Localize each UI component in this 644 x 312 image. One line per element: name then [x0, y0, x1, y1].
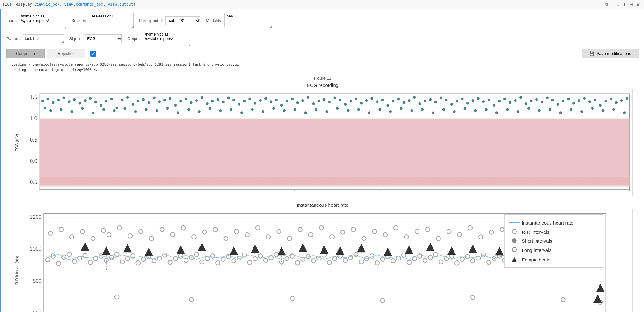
- svg-point-34: [153, 97, 155, 99]
- ecg-chart-svg[interactable]: 1.5 1.0 0.5 0.0 −0.5: [21, 89, 633, 196]
- download-button[interactable]: ⬇: [622, 1, 627, 8]
- input-resize-handle[interactable]: [64, 26, 66, 28]
- cell-content: Input: /home/nicolas /systole_reports/ S…: [1, 9, 644, 312]
- svg-point-135: [156, 109, 158, 112]
- correction-tab[interactable]: Correction: [6, 49, 45, 58]
- svg-point-143: [240, 111, 243, 114]
- pattern-resize-handle[interactable]: [62, 41, 64, 43]
- svg-text:0.0: 0.0: [30, 158, 37, 164]
- svg-point-275: [460, 257, 464, 261]
- delete-button[interactable]: 🗑: [636, 1, 641, 8]
- svg-point-37: [169, 97, 171, 100]
- code-link-io[interactable]: view.io_box: [34, 2, 59, 7]
- svg-point-131: [113, 109, 115, 112]
- svg-point-166: [485, 108, 487, 111]
- svg-point-50: [238, 103, 240, 106]
- svg-point-312: [149, 236, 154, 240]
- svg-point-152: [336, 107, 339, 110]
- svg-point-129: [92, 112, 94, 114]
- modality-resize-handle[interactable]: [269, 26, 272, 28]
- rejection-tab[interactable]: Rejection: [47, 49, 85, 58]
- session-input[interactable]: ses-session1: [89, 13, 134, 27]
- svg-point-43: [201, 96, 203, 99]
- save-button[interactable]: 💾 Save modifications: [582, 49, 639, 58]
- copy-button[interactable]: ⧉: [605, 1, 609, 8]
- svg-point-40: [185, 98, 187, 100]
- svg-point-55: [264, 97, 267, 100]
- svg-point-209: [109, 255, 114, 260]
- svg-point-97: [488, 99, 490, 101]
- svg-point-250: [327, 260, 331, 264]
- output-input[interactable]: /home/nicolas /systole_reports/: [143, 31, 190, 45]
- svg-point-333: [372, 230, 377, 234]
- modality-input[interactable]: beh: [224, 13, 272, 27]
- svg-point-25: [105, 100, 107, 102]
- svg-point-247: [311, 259, 315, 263]
- move-up-button[interactable]: ↑: [611, 1, 614, 8]
- svg-point-335: [394, 226, 398, 230]
- svg-point-303: [59, 227, 63, 232]
- svg-point-128: [81, 107, 84, 110]
- svg-point-356: [189, 297, 193, 302]
- svg-point-205: [88, 260, 92, 264]
- input-textarea-wrapper: /home/nicolas /systole_reports/: [19, 13, 66, 28]
- svg-point-309: [117, 226, 121, 230]
- svg-point-163: [453, 110, 455, 113]
- svg-point-316: [192, 235, 196, 239]
- svg-point-82: [408, 99, 410, 102]
- signal-select[interactable]: ECG PPG: [84, 34, 122, 43]
- svg-point-113: [572, 102, 575, 104]
- svg-point-214: [136, 261, 140, 265]
- svg-point-221: [173, 257, 177, 261]
- toggle-checkbox[interactable]: [90, 51, 96, 57]
- hr-chart-svg[interactable]: 1200 1000 800 600: [21, 209, 633, 312]
- svg-point-342: [468, 226, 472, 230]
- session-field: Session: ses-session1: [72, 13, 134, 28]
- svg-point-35: [158, 100, 161, 103]
- svg-point-155: [368, 111, 370, 114]
- svg-point-308: [107, 233, 111, 237]
- code-link-output[interactable]: view.output: [108, 2, 133, 7]
- svg-point-305: [80, 230, 84, 234]
- input-textarea[interactable]: /home/nicolas /systole_reports/: [19, 13, 66, 27]
- svg-point-344: [489, 230, 494, 234]
- signal-field: Signal: ECG PPG ▼: [69, 34, 122, 43]
- svg-marker-385: [596, 284, 605, 292]
- svg-point-144: [251, 108, 253, 111]
- svg-point-13: [41, 100, 44, 102]
- svg-point-211: [120, 260, 124, 264]
- participant-label: Participant ID: [139, 18, 163, 23]
- svg-point-52: [248, 98, 251, 100]
- move-down-button[interactable]: ↓: [616, 1, 620, 8]
- pattern-input[interactable]: [23, 34, 64, 43]
- session-resize-handle[interactable]: [131, 26, 134, 28]
- svg-point-161: [432, 111, 434, 114]
- svg-point-141: [219, 109, 222, 112]
- svg-point-317: [203, 230, 207, 234]
- output-resize-handle[interactable]: [188, 44, 190, 46]
- button-row: Correction Rejection 💾 Save modification…: [6, 49, 639, 58]
- svg-point-265: [407, 260, 411, 264]
- svg-point-134: [145, 108, 147, 111]
- svg-point-20: [79, 102, 81, 104]
- svg-point-98: [493, 104, 495, 107]
- svg-point-171: [538, 109, 540, 112]
- svg-text:Long intervals: Long intervals: [522, 247, 552, 253]
- svg-point-87: [434, 101, 437, 103]
- svg-point-320: [234, 230, 239, 234]
- svg-point-164: [464, 107, 466, 110]
- svg-point-315: [181, 226, 185, 230]
- svg-point-46: [217, 98, 219, 101]
- svg-point-325: [287, 236, 292, 240]
- participant-select[interactable]: sub-0281: [165, 16, 200, 25]
- svg-point-310: [128, 234, 132, 238]
- code-link-commands[interactable]: view.commands_box: [64, 2, 103, 7]
- svg-point-230: [221, 257, 225, 261]
- svg-point-64: [312, 102, 315, 105]
- svg-point-330: [341, 230, 345, 234]
- split-button[interactable]: ⊟: [629, 1, 634, 8]
- svg-point-61: [296, 101, 299, 104]
- svg-point-177: [602, 109, 604, 112]
- svg-marker-378: [447, 246, 456, 255]
- svg-point-254: [349, 255, 353, 260]
